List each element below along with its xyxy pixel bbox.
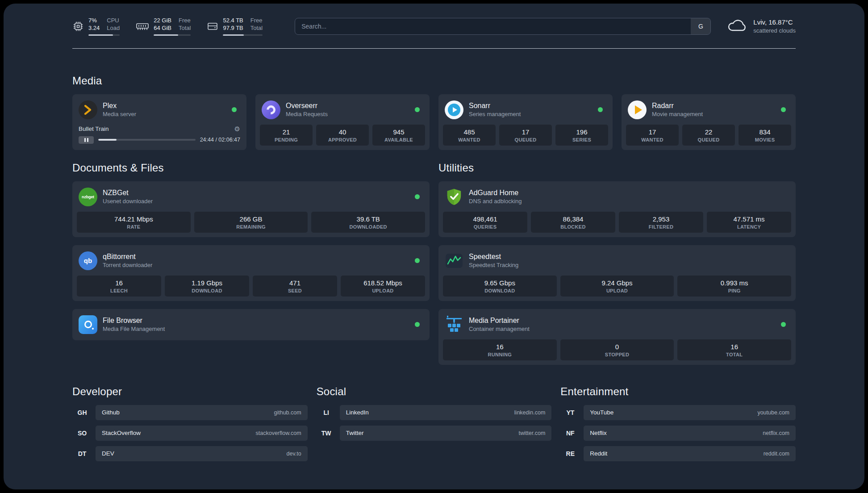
status-dot bbox=[781, 107, 786, 112]
stat-tile: 618.52 Mbps UPLOAD bbox=[341, 276, 425, 297]
stat-value: 498,461 bbox=[445, 215, 526, 223]
bookmark-abbr: YT bbox=[560, 409, 580, 416]
disk-total: 97.9 TB bbox=[223, 25, 243, 32]
stat-label: TOTAL bbox=[679, 352, 789, 357]
bookmark-link-twitter[interactable]: Twitter twitter.com bbox=[340, 426, 552, 441]
section-documents: Documents & Files nzbget NZBGet Usenet d… bbox=[72, 162, 430, 365]
developer-section-title: Developer bbox=[72, 385, 308, 398]
stat-label: QUEUED bbox=[684, 137, 733, 142]
bookmark-abbr: LI bbox=[317, 409, 336, 416]
service-name: AdGuard Home bbox=[469, 189, 522, 197]
bookmark-abbr: DT bbox=[72, 450, 92, 457]
stat-label: REMAINING bbox=[196, 224, 306, 230]
stat-tile: 86,384 BLOCKED bbox=[531, 212, 615, 233]
search-input[interactable] bbox=[295, 18, 711, 35]
qbittorrent-service-link[interactable]: qb qBittorrent Torrent downloader bbox=[77, 250, 425, 276]
stat-tile: 16 LEECH bbox=[77, 276, 161, 297]
sonarr-service-link[interactable]: Sonarr Series management bbox=[443, 99, 608, 125]
stat-label: RUNNING bbox=[445, 352, 555, 357]
bookmark-row: YT YouTube youtube.com bbox=[560, 405, 796, 420]
bookmark-link-stackoverflow[interactable]: StackOverflow stackoverflow.com bbox=[96, 426, 308, 441]
stat-tile: 22 QUEUED bbox=[682, 125, 735, 146]
stat-tile: 40 APPROVED bbox=[316, 125, 369, 146]
qbittorrent-icon: qb bbox=[79, 251, 97, 270]
stat-label: PENDING bbox=[262, 137, 311, 142]
cpu-icon bbox=[72, 21, 84, 32]
pause-button[interactable] bbox=[79, 136, 94, 144]
service-desc: Movie management bbox=[652, 111, 703, 117]
service-name: File Browser bbox=[103, 317, 165, 325]
memory-labels: Free Total bbox=[179, 17, 191, 32]
bookmark-link-linkedin[interactable]: LinkedIn linkedin.com bbox=[340, 405, 552, 420]
overseerr-service-link[interactable]: Overseerr Media Requests bbox=[260, 99, 425, 125]
status-dot bbox=[415, 194, 420, 199]
stat-tile: 47.571 ms LATENCY bbox=[707, 212, 791, 233]
stat-value: 266 GB bbox=[196, 215, 306, 223]
adguard-shield-icon bbox=[445, 188, 463, 206]
stat-value: 485 bbox=[445, 128, 494, 136]
portainer-service-link[interactable]: Media Portainer Container management bbox=[443, 313, 791, 339]
social-section-title: Social bbox=[317, 385, 552, 398]
service-desc: DNS and adblocking bbox=[469, 198, 522, 205]
nzbget-logo-text: nzbget bbox=[82, 195, 94, 199]
adguard-service-link[interactable]: AdGuard Home DNS and adblocking bbox=[443, 186, 791, 212]
stat-tile: 9.65 Gbps DOWNLOAD bbox=[443, 276, 557, 297]
bookmark-group-entertainment: Entertainment YT YouTube youtube.com NF … bbox=[560, 385, 796, 467]
memory-icon bbox=[136, 21, 149, 32]
portainer-crane-icon bbox=[445, 315, 463, 334]
disk-values: 52.4 TB 97.9 TB bbox=[223, 17, 243, 32]
bookmark-row: RE Reddit reddit.com bbox=[560, 446, 796, 461]
disk-widget: 52.4 TB 97.9 TB Free Total bbox=[207, 17, 263, 36]
bookmark-abbr: TW bbox=[317, 430, 336, 437]
stat-label: AVAILABLE bbox=[374, 137, 423, 142]
stat-value: 16 bbox=[445, 343, 555, 351]
service-name: Media Portainer bbox=[469, 317, 530, 325]
bookmark-row: DT DEV dev.to bbox=[72, 446, 308, 461]
radarr-service-link[interactable]: Radarr Movie management bbox=[626, 99, 791, 125]
stat-tile: 1.19 Gbps DOWNLOAD bbox=[165, 276, 249, 297]
utilities-section-title: Utilities bbox=[438, 162, 796, 174]
bookmark-link-youtube[interactable]: YouTube youtube.com bbox=[584, 405, 796, 420]
speedtest-service-link[interactable]: Speedtest Speedtest Tracking bbox=[443, 250, 791, 276]
nzbget-service-link[interactable]: nzbget NZBGet Usenet downloader bbox=[77, 186, 425, 212]
stat-label: RATE bbox=[79, 224, 189, 230]
status-dot bbox=[415, 107, 420, 112]
entertainment-section-title: Entertainment bbox=[560, 385, 796, 398]
sonarr-card: Sonarr Series management 485 WANTED bbox=[438, 94, 613, 150]
settings-gear-icon[interactable]: ⚙ bbox=[234, 125, 240, 132]
stat-label: DOWNLOAD bbox=[167, 288, 247, 293]
plex-now-playing: Bullet Train ⚙ 24:44 / 02:06:47 bbox=[77, 125, 242, 146]
stat-label: QUERIES bbox=[445, 224, 526, 230]
media-section-title: Media bbox=[72, 75, 796, 87]
service-desc: Media File Management bbox=[103, 326, 165, 332]
stat-tile: 498,461 QUERIES bbox=[443, 212, 527, 233]
bookmark-link-dev[interactable]: DEV dev.to bbox=[96, 446, 308, 461]
search-bar: G bbox=[295, 18, 711, 35]
bookmark-link-github[interactable]: Github github.com bbox=[96, 405, 308, 420]
status-dot bbox=[415, 322, 420, 327]
stat-tile: 21 PENDING bbox=[260, 125, 313, 146]
disk-labels: Free Total bbox=[250, 17, 263, 32]
bookmark-link-netflix[interactable]: Netflix netflix.com bbox=[584, 426, 796, 441]
stat-tile: 17 QUEUED bbox=[499, 125, 552, 146]
disk-free: 52.4 TB bbox=[223, 17, 243, 25]
weather-widget: Lviv, 16.87°C scattered clouds bbox=[727, 18, 796, 35]
bookmark-row: LI LinkedIn linkedin.com bbox=[317, 405, 552, 420]
stat-tile: 16 TOTAL bbox=[677, 339, 791, 360]
service-name: qBittorrent bbox=[103, 253, 152, 261]
playback-progress-bar bbox=[98, 139, 196, 141]
stat-tile: 485 WANTED bbox=[443, 125, 496, 146]
stat-label: SERIES bbox=[557, 137, 606, 142]
service-desc: Torrent downloader bbox=[103, 262, 152, 268]
stat-tile: 2,953 FILTERED bbox=[619, 212, 703, 233]
bookmark-group-developer: Developer GH Github github.com SO StackO… bbox=[72, 385, 308, 467]
plex-service-link[interactable]: Plex Media server bbox=[77, 99, 242, 125]
bookmark-group-social: Social LI LinkedIn linkedin.com TW Twitt… bbox=[317, 385, 552, 467]
header-divider bbox=[72, 48, 796, 49]
section-media: Media Plex Media server bbox=[72, 75, 796, 150]
bookmark-link-reddit[interactable]: Reddit reddit.com bbox=[584, 446, 796, 461]
filebrowser-service-link[interactable]: File Browser Media File Management bbox=[77, 313, 425, 336]
stat-value: 39.6 TB bbox=[313, 215, 423, 223]
search-provider-button[interactable]: G bbox=[691, 18, 710, 34]
stat-value: 2,953 bbox=[621, 215, 701, 223]
